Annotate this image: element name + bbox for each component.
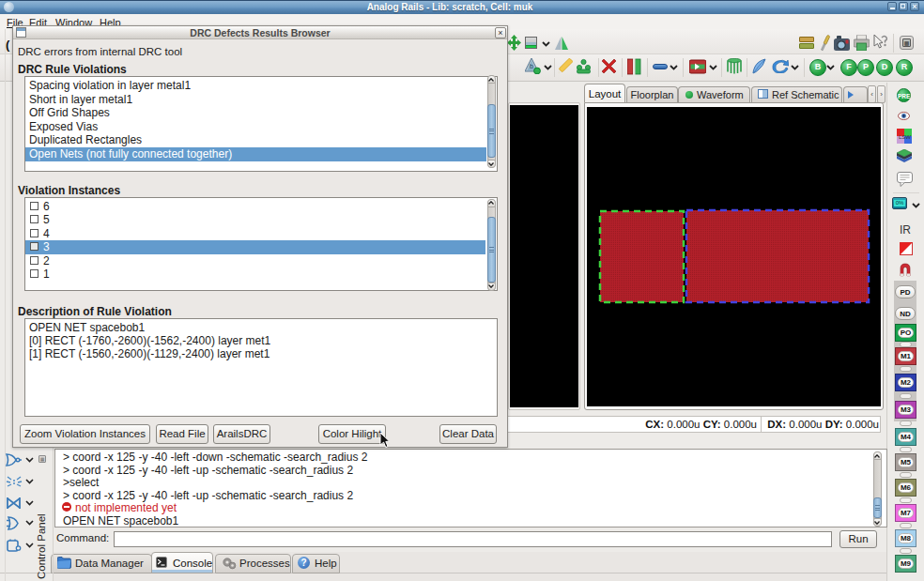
svg-text:b: b [530,63,533,69]
svg-text:LSW: LSW [899,134,911,140]
